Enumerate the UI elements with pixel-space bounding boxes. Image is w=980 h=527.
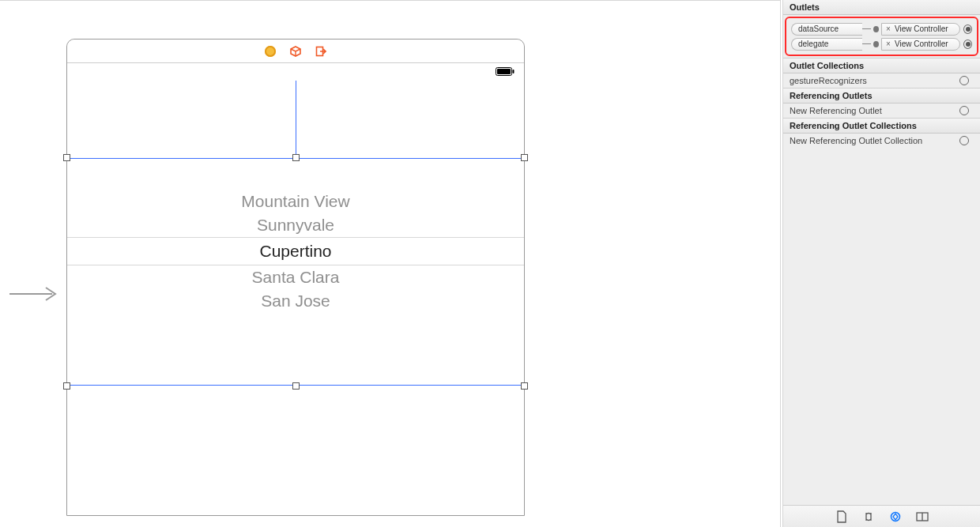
size-inspector-tab-icon[interactable] xyxy=(916,510,929,523)
resize-handle[interactable] xyxy=(63,382,70,390)
outlet-target: View Controller xyxy=(881,23,960,36)
outlet-target: View Controller xyxy=(881,38,960,51)
outlet-connection-row[interactable]: dataSource View Controller xyxy=(791,22,972,36)
scene-dock xyxy=(67,40,524,63)
picker-row[interactable]: San Jose xyxy=(67,289,524,313)
storyboard-canvas[interactable]: Mountain View Sunnyvale Cupertino Santa … xyxy=(0,0,781,527)
first-responder-icon[interactable] xyxy=(290,46,301,57)
referencing-outlet-row[interactable]: New Referencing Outlet xyxy=(783,104,980,118)
referencing-outlet-collection-label: New Referencing Outlet Collection xyxy=(790,136,922,145)
quick-help-tab-icon[interactable] xyxy=(862,510,875,523)
connector-line xyxy=(862,28,871,29)
resize-handle[interactable] xyxy=(63,154,70,161)
picker-row[interactable]: Santa Clara xyxy=(67,265,524,289)
constraint-guide-vertical xyxy=(296,81,296,156)
section-referencing-outlet-collections-header: Referencing Outlet Collections xyxy=(783,118,980,134)
connections-inspector: Outlets dataSource View Controller deleg… xyxy=(782,0,980,527)
connector-line xyxy=(862,43,871,44)
resize-handle[interactable] xyxy=(292,382,300,390)
exit-icon[interactable] xyxy=(315,46,326,57)
section-referencing-outlets-header: Referencing Outlets xyxy=(783,88,980,104)
referencing-outlet-label: New Referencing Outlet xyxy=(790,106,882,115)
entry-point-arrow[interactable] xyxy=(0,282,63,306)
svg-rect-3 xyxy=(497,69,511,74)
connector-dot-icon xyxy=(873,26,879,32)
view-controller-icon[interactable] xyxy=(265,46,276,57)
referencing-outlet-collection-row[interactable]: New Referencing Outlet Collection xyxy=(783,134,980,148)
section-outlets-header: Outlets xyxy=(783,0,980,15)
connection-port-filled[interactable] xyxy=(963,24,972,34)
picker-row[interactable]: Sunnyvale xyxy=(67,213,524,237)
connection-port-empty[interactable] xyxy=(959,136,969,145)
resize-handle[interactable] xyxy=(521,382,528,390)
status-bar xyxy=(67,63,524,79)
battery-icon xyxy=(496,67,514,76)
file-inspector-tab-icon[interactable] xyxy=(835,510,848,523)
outlet-connection-row[interactable]: delegate View Controller xyxy=(791,37,972,51)
resize-handle[interactable] xyxy=(521,154,528,161)
connector-dot-icon xyxy=(873,41,879,47)
outlet-name: delegate xyxy=(791,38,862,51)
outlet-collection-row[interactable]: gestureRecognizers xyxy=(783,73,980,88)
svg-rect-4 xyxy=(513,70,514,73)
connection-port-filled[interactable] xyxy=(963,40,972,49)
outlet-collection-label: gestureRecognizers xyxy=(790,76,867,85)
connections-inspector-tab-icon[interactable] xyxy=(889,510,902,523)
view-controller-scene[interactable]: Mountain View Sunnyvale Cupertino Santa … xyxy=(66,39,525,516)
uipickerview[interactable]: Mountain View Sunnyvale Cupertino Santa … xyxy=(67,190,524,313)
resize-handle[interactable] xyxy=(292,154,300,161)
outlets-highlight: dataSource View Controller delegate View… xyxy=(785,17,978,56)
connection-port-empty[interactable] xyxy=(959,106,969,115)
outlet-name: dataSource xyxy=(791,23,862,36)
picker-row[interactable]: Mountain View xyxy=(67,190,524,213)
picker-row-selected[interactable]: Cupertino xyxy=(67,237,524,265)
section-outlet-collections-header: Outlet Collections xyxy=(783,58,980,73)
connection-port-empty[interactable] xyxy=(959,76,969,85)
inspector-tab-bar xyxy=(783,505,980,527)
